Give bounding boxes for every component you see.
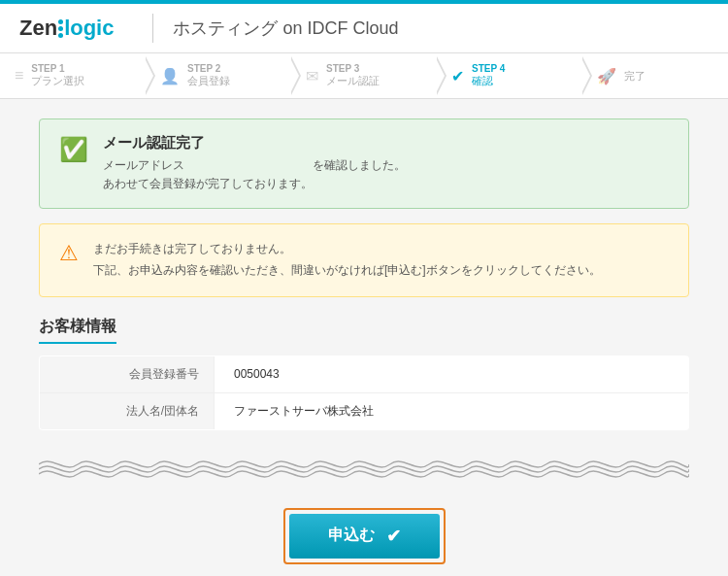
alert-success-line2: あわせて会員登録が完了しております。 — [103, 177, 313, 190]
header: Zen logic ホスティング on IDCF Cloud — [0, 0, 728, 53]
warning-icon: ⚠ — [59, 241, 79, 266]
step3-label-top: STEP 3 — [326, 63, 380, 74]
alert-success-line1: メールアドレス を確認しました。 — [103, 158, 406, 172]
step3-label-bottom: メール認証 — [326, 74, 380, 88]
logo: Zen logic — [19, 16, 114, 41]
step-3: ✉ STEP 3 メール認証 — [291, 53, 437, 98]
check-circle-icon: ✅ — [59, 136, 88, 163]
step5-icon: 🚀 — [597, 67, 616, 85]
step-4: ✔ STEP 4 確認 — [437, 53, 582, 98]
logo-dots — [58, 19, 63, 38]
step3-text: STEP 3 メール認証 — [326, 63, 380, 88]
wavy-divider — [39, 450, 689, 479]
step3-icon: ✉ — [306, 67, 318, 85]
alert-warning-body: まだお手続きは完了しておりません。 下記、お申込み内容を確認いただき、間違いがな… — [93, 239, 601, 281]
table-row: 会員登録番号 0050043 — [40, 356, 689, 392]
step1-label-bottom: プラン選択 — [31, 74, 84, 88]
step1-icon: ≡ — [15, 67, 23, 85]
alert-success: ✅ メール認証完了 メールアドレス を確認しました。 あわせて会員登録が完了して… — [39, 119, 689, 209]
submit-label: 申込む — [328, 525, 375, 546]
step4-label-top: STEP 4 — [472, 63, 505, 74]
alert-warning-line1: まだお手続きは完了しておりません。 — [93, 242, 291, 255]
step2-label-top: STEP 2 — [187, 63, 230, 74]
logo-logic: logic — [64, 16, 114, 41]
customer-info-section: お客様情報 会員登録番号 0050043 法人名/団体名 ファーストサーバ株式会… — [39, 317, 689, 430]
step5-text: 完了 — [624, 69, 645, 84]
alert-warning: ⚠ まだお手続きは完了しておりません。 下記、お申込み内容を確認いただき、間違い… — [39, 223, 689, 296]
step2-label-bottom: 会員登録 — [187, 74, 230, 88]
main-content: ✅ メール認証完了 メールアドレス を確認しました。 あわせて会員登録が完了して… — [0, 99, 728, 576]
company-name-value: ファーストサーバ株式会社 — [215, 392, 689, 429]
checkmark-icon: ✔ — [386, 525, 401, 547]
steps-bar: ≡ STEP 1 プラン選択 👤 STEP 2 会員登録 ✉ STEP 3 メー… — [0, 53, 728, 99]
step-1: ≡ STEP 1 プラン選択 — [0, 53, 146, 98]
submit-button[interactable]: 申込む ✔ — [289, 514, 440, 559]
step-5: 🚀 完了 — [582, 53, 728, 98]
logo-zen: Zen — [19, 16, 57, 41]
step2-text: STEP 2 会員登録 — [187, 63, 230, 88]
table-row: 法人名/団体名 ファーストサーバ株式会社 — [40, 392, 689, 429]
step4-text: STEP 4 確認 — [472, 63, 505, 88]
step5-label-bottom: 完了 — [624, 69, 645, 84]
member-number-value: 0050043 — [215, 356, 689, 392]
company-name-label: 法人名/団体名 — [40, 392, 215, 429]
step-2: 👤 STEP 2 会員登録 — [146, 53, 291, 98]
member-number-label: 会員登録番号 — [40, 356, 215, 392]
customer-info-table: 会員登録番号 0050043 法人名/団体名 ファーストサーバ株式会社 — [39, 356, 689, 430]
section-title: お客様情報 — [39, 317, 116, 344]
submit-btn-wrapper: 申込む ✔ — [283, 508, 446, 564]
header-divider — [152, 14, 153, 43]
step4-icon: ✔ — [451, 67, 464, 85]
step4-label-bottom: 確認 — [472, 74, 505, 88]
alert-success-body: メール認証完了 メールアドレス を確認しました。 あわせて会員登録が完了しており… — [103, 134, 406, 193]
alert-warning-line2: 下記、お申込み内容を確認いただき、間違いがなければ[申込む]ボタンをクリックして… — [93, 263, 601, 277]
step1-label-top: STEP 1 — [31, 63, 84, 74]
alert-success-title: メール認証完了 — [103, 134, 406, 152]
step1-text: STEP 1 プラン選択 — [31, 63, 84, 88]
step2-icon: 👤 — [160, 67, 180, 85]
alert-success-text: メールアドレス を確認しました。 あわせて会員登録が完了しております。 — [103, 156, 406, 193]
submit-area: 申込む ✔ — [39, 498, 689, 576]
header-title: ホスティング on IDCF Cloud — [173, 17, 398, 40]
